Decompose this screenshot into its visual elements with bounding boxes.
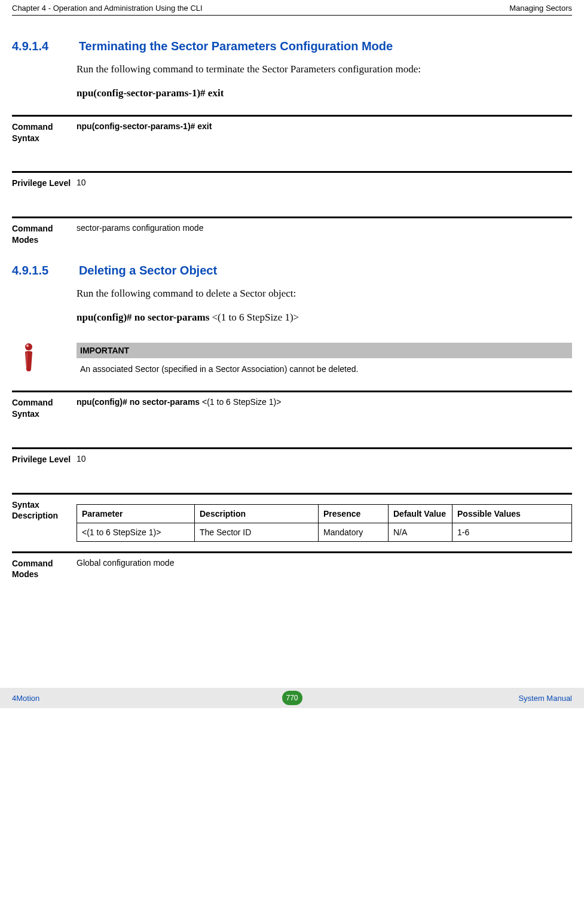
command-syntax-label: Command Syntax	[12, 397, 77, 420]
th-default-value: Default Value	[389, 504, 452, 523]
page-header: Chapter 4 - Operation and Administration…	[12, 0, 572, 16]
privilege-level-label: Privilege Level	[12, 454, 77, 465]
command-syntax-label: Command Syntax	[12, 121, 77, 144]
command-modes-label: Command Modes	[12, 223, 77, 246]
td-description: The Sector ID	[195, 523, 319, 541]
command-syntax-block: Command Syntax npu(config-sector-params-…	[12, 115, 572, 144]
footer-manual: System Manual	[518, 694, 584, 703]
td-presence: Mandatory	[319, 523, 389, 541]
command-argument: <(1 to 6 StepSize 1)>	[209, 312, 299, 323]
privilege-level-block: Privilege Level 10	[12, 447, 572, 465]
section-title: Terminating the Sector Parameters Config…	[79, 39, 393, 53]
th-parameter: Parameter	[77, 504, 195, 523]
command-bold: npu(config)# no sector-params	[77, 312, 209, 323]
privilege-level-value: 10	[77, 178, 572, 189]
privilege-level-block: Privilege Level 10	[12, 171, 572, 189]
section-intro: Run the following command to delete a Se…	[77, 286, 572, 301]
important-title: IMPORTANT	[77, 343, 572, 358]
command-syntax-arg: <(1 to 6 StepSize 1)>	[202, 397, 281, 407]
command-modes-block: Command Modes sector-params configuratio…	[12, 216, 572, 246]
command-modes-value: sector-params configuration mode	[77, 223, 572, 246]
parameter-table: Parameter Description Presence Default V…	[77, 504, 572, 542]
command-modes-value: Global configuration mode	[77, 558, 572, 581]
th-description: Description	[195, 504, 319, 523]
section-title: Deleting a Sector Object	[79, 264, 217, 277]
command-syntax-bold: npu(config)# no sector-params	[77, 397, 202, 407]
privilege-level-value: 10	[77, 454, 572, 465]
footer-product: 4Motion	[0, 694, 39, 703]
section-4915-heading: 4.9.1.5 Deleting a Sector Object	[12, 264, 572, 277]
section-command: npu(config-sector-params-1)# exit	[77, 86, 572, 101]
section-number: 4.9.1.5	[12, 264, 77, 277]
command-modes-block: Command Modes Global configuration mode	[12, 551, 572, 581]
section-command: npu(config)# no sector-params <(1 to 6 S…	[77, 310, 572, 325]
command-syntax-value: npu(config-sector-params-1)# exit	[77, 121, 212, 131]
section-4914-heading: 4.9.1.4 Terminating the Sector Parameter…	[12, 39, 572, 53]
important-text: An associated Sector (specified in a Sec…	[77, 358, 572, 377]
td-possible-values: 1-6	[452, 523, 572, 541]
important-icon	[12, 343, 77, 377]
syntax-description-block: Syntax Description Parameter Description…	[12, 493, 572, 542]
svg-point-0	[25, 343, 32, 350]
syntax-description-label: Syntax Description	[12, 499, 77, 542]
header-right: Managing Sectors	[509, 4, 572, 13]
important-callout: IMPORTANT An associated Sector (specifie…	[12, 343, 572, 377]
command-modes-label: Command Modes	[12, 558, 77, 581]
th-possible-values: Possible Values	[452, 504, 572, 523]
footer-page-number: 770	[282, 691, 302, 705]
section-number: 4.9.1.4	[12, 39, 77, 53]
header-left: Chapter 4 - Operation and Administration…	[12, 4, 203, 13]
command-syntax-block: Command Syntax npu(config)# no sector-pa…	[12, 391, 572, 420]
table-header-row: Parameter Description Presence Default V…	[77, 504, 572, 523]
privilege-level-label: Privilege Level	[12, 178, 77, 189]
page-footer: 4Motion 770 System Manual	[0, 688, 584, 708]
svg-point-1	[26, 344, 29, 347]
table-row: <(1 to 6 StepSize 1)> The Sector ID Mand…	[77, 523, 572, 541]
section-intro: Run the following command to terminate t…	[77, 62, 572, 77]
th-presence: Presence	[319, 504, 389, 523]
td-parameter: <(1 to 6 StepSize 1)>	[77, 523, 195, 541]
td-default-value: N/A	[389, 523, 452, 541]
